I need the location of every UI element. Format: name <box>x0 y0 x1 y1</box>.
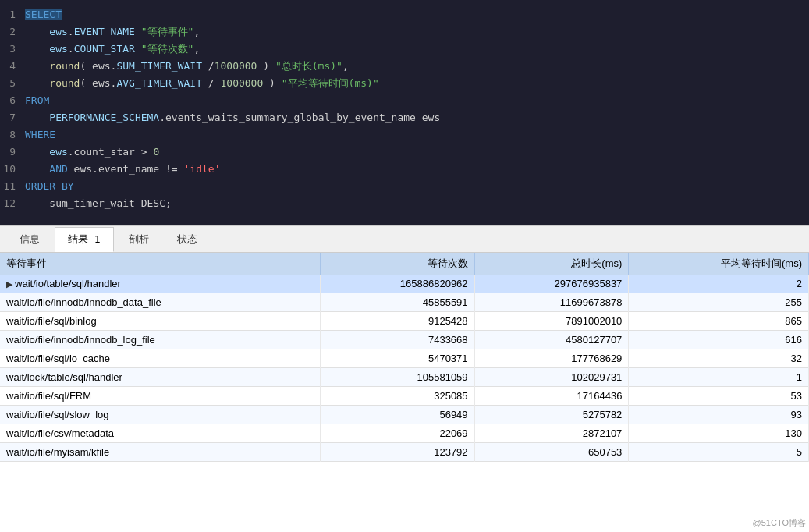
avg-cell: 616 <box>629 331 809 349</box>
table-row[interactable]: wait/io/file/csv/metadata220692872107130 <box>0 424 809 443</box>
sql-content: ews.COUNT_STAR "等待次数", <box>25 41 809 57</box>
event-name-cell: wait/io/file/sql/FRM <box>0 387 320 406</box>
line-number: 4 <box>0 60 25 72</box>
avg-cell: 130 <box>629 424 809 443</box>
sql-line: 1SELECT <box>0 6 809 23</box>
event-name-cell: wait/io/file/sql/binlog <box>0 312 320 331</box>
line-number: 5 <box>0 77 25 89</box>
line-number: 2 <box>0 26 25 37</box>
column-header[interactable]: 等待事件 <box>0 253 320 275</box>
sql-content: WHERE <box>25 127 809 143</box>
line-number: 11 <box>0 180 25 192</box>
sql-content: ews.EVENT_NAME "等待事件", <box>25 24 809 40</box>
sql-line: 4 round( ews.SUM_TIMER_WAIT /1000000 ) "… <box>0 58 809 75</box>
total-cell: 5275782 <box>474 406 629 424</box>
table-header-row: 等待事件等待次数总时长(ms)平均等待时间(ms) <box>0 253 809 275</box>
count-cell: 5470371 <box>320 349 474 368</box>
results-area: 等待事件等待次数总时长(ms)平均等待时间(ms) ▶ wait/io/tabl… <box>0 253 809 462</box>
sql-line: 10 AND ews.event_name != 'idle' <box>0 161 809 178</box>
table-row[interactable]: ▶ wait/io/table/sql/handler1658868209622… <box>0 275 809 293</box>
total-cell: 102029731 <box>474 368 629 387</box>
line-number: 8 <box>0 129 25 140</box>
line-number: 7 <box>0 112 25 123</box>
event-name-cell: wait/io/file/sql/io_cache <box>0 349 320 368</box>
sql-line: 12 sum_timer_wait DESC; <box>0 195 809 212</box>
sql-line: 3 ews.COUNT_STAR "等待次数", <box>0 41 809 58</box>
avg-cell: 2 <box>629 275 809 293</box>
total-cell: 177768629 <box>474 349 629 368</box>
sql-content: SELECT <box>25 7 809 23</box>
avg-cell: 93 <box>629 406 809 424</box>
sql-content: PERFORMANCE_SCHEMA.events_waits_summary_… <box>25 110 809 126</box>
results-table: 等待事件等待次数总时长(ms)平均等待时间(ms) ▶ wait/io/tabl… <box>0 253 809 462</box>
table-row[interactable]: wait/io/file/sql/binlog91254287891002010… <box>0 312 809 331</box>
line-number: 6 <box>0 94 25 106</box>
total-cell: 7891002010 <box>474 312 629 331</box>
table-row[interactable]: wait/lock/table/sql/handler1055810591020… <box>0 368 809 387</box>
sql-content: AND ews.event_name != 'idle' <box>25 161 809 177</box>
total-cell: 17164436 <box>474 387 629 406</box>
table-row[interactable]: wait/io/file/myisam/kfile1237926507535 <box>0 443 809 462</box>
table-row[interactable]: wait/io/file/sql/io_cache547037117776862… <box>0 349 809 368</box>
line-number: 3 <box>0 43 25 55</box>
avg-cell: 53 <box>629 387 809 406</box>
row-indicator: ▶ <box>6 279 15 289</box>
column-header[interactable]: 等待次数 <box>320 253 474 275</box>
line-number: 1 <box>0 9 25 20</box>
tab-item[interactable]: 结果 1 <box>55 227 114 252</box>
sql-editor: 1SELECT2 ews.EVENT_NAME "等待事件",3 ews.COU… <box>0 0 809 226</box>
count-cell: 45855591 <box>320 293 474 312</box>
count-cell: 325085 <box>320 387 474 406</box>
total-cell: 650753 <box>474 443 629 462</box>
line-number: 9 <box>0 146 25 158</box>
count-cell: 105581059 <box>320 368 474 387</box>
table-row[interactable]: wait/io/file/sql/FRM3250851716443653 <box>0 387 809 406</box>
event-name-cell: wait/io/file/innodb/innodb_log_file <box>0 331 320 349</box>
sql-line: 7 PERFORMANCE_SCHEMA.events_waits_summar… <box>0 109 809 126</box>
column-header[interactable]: 总时长(ms) <box>474 253 629 275</box>
table-row[interactable]: wait/io/file/sql/slow_log56949527578293 <box>0 406 809 424</box>
tab-item[interactable]: 剖析 <box>115 227 162 252</box>
event-name-cell: wait/io/file/myisam/kfile <box>0 443 320 462</box>
total-cell: 11699673878 <box>474 293 629 312</box>
table-row[interactable]: wait/io/file/innodb/innodb_log_file74336… <box>0 331 809 349</box>
sql-content: FROM <box>25 93 809 108</box>
count-cell: 9125428 <box>320 312 474 331</box>
count-cell: 7433668 <box>320 331 474 349</box>
sql-content: ORDER BY <box>25 179 809 194</box>
event-name-cell: ▶ wait/io/table/sql/handler <box>0 275 320 293</box>
count-cell: 165886820962 <box>320 275 474 293</box>
avg-cell: 865 <box>629 312 809 331</box>
count-cell: 56949 <box>320 406 474 424</box>
count-cell: 123792 <box>320 443 474 462</box>
sql-line: 11ORDER BY <box>0 178 809 195</box>
total-cell: 4580127707 <box>474 331 629 349</box>
watermark: @51CTO博客 <box>753 517 806 529</box>
tab-item[interactable]: 信息 <box>6 227 53 252</box>
avg-cell: 1 <box>629 368 809 387</box>
sql-content: round( ews.SUM_TIMER_WAIT /1000000 ) "总时… <box>25 59 809 74</box>
sql-content: ews.count_star > 0 <box>25 144 809 160</box>
sql-content: sum_timer_wait DESC; <box>25 196 809 211</box>
sql-line: 6FROM <box>0 92 809 109</box>
tabs-bar: 信息结果 1剖析状态 <box>0 226 809 253</box>
sql-line: 8WHERE <box>0 126 809 144</box>
event-name-cell: wait/io/file/sql/slow_log <box>0 406 320 424</box>
avg-cell: 5 <box>629 443 809 462</box>
table-row[interactable]: wait/io/file/innodb/innodb_data_file4585… <box>0 293 809 312</box>
event-name-cell: wait/io/file/csv/metadata <box>0 424 320 443</box>
count-cell: 22069 <box>320 424 474 443</box>
sql-line: 2 ews.EVENT_NAME "等待事件", <box>0 23 809 41</box>
sql-content: round( ews.AVG_TIMER_WAIT / 1000000 ) "平… <box>25 76 809 91</box>
avg-cell: 32 <box>629 349 809 368</box>
sql-line: 5 round( ews.AVG_TIMER_WAIT / 1000000 ) … <box>0 75 809 92</box>
event-name-cell: wait/io/file/innodb/innodb_data_file <box>0 293 320 312</box>
total-cell: 297676935837 <box>474 275 629 293</box>
column-header[interactable]: 平均等待时间(ms) <box>629 253 809 275</box>
tab-item[interactable]: 状态 <box>164 227 211 252</box>
total-cell: 2872107 <box>474 424 629 443</box>
line-number: 12 <box>0 197 25 209</box>
line-number: 10 <box>0 163 25 175</box>
sql-line: 9 ews.count_star > 0 <box>0 144 809 161</box>
avg-cell: 255 <box>629 293 809 312</box>
